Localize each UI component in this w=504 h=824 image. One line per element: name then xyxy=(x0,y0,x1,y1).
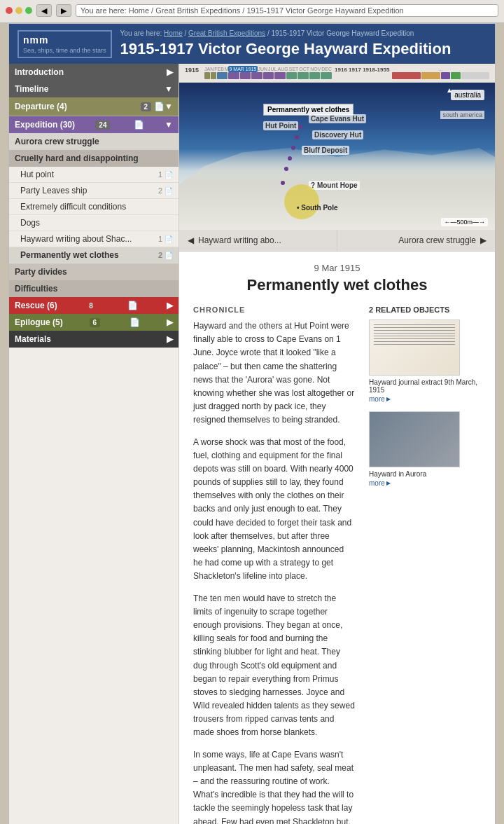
materials-arrow: ▶ xyxy=(167,334,173,344)
related-object-1: Hayward journal extract 9th March, 1915 … xyxy=(369,320,481,403)
sidebar-subitem-haywardwriting[interactable]: Hayward writing about Shac... 1 📄 xyxy=(9,231,178,247)
partydivides-label: Party divides xyxy=(15,267,67,277)
related-obj-1-caption: Hayward journal extract 9th March, 1915 xyxy=(369,378,481,394)
epilogue-doc-icon: 📄 xyxy=(130,317,140,327)
cruelly-label: Cruelly hard and disappointing xyxy=(15,153,139,163)
close-dot[interactable] xyxy=(6,7,13,14)
map-hutpoint: Hut Point xyxy=(263,121,298,130)
sidebar-item-cruelly[interactable]: Cruelly hard and disappointing xyxy=(9,150,178,167)
related-object-2: Hayward in Aurora more xyxy=(369,411,481,487)
related-obj-2-caption: Hayward in Aurora xyxy=(369,470,481,478)
sidebar-item-materials[interactable]: Materials ▶ xyxy=(9,331,178,348)
next-arrow-icon: ▶ xyxy=(480,235,486,245)
address-bar[interactable]: You are here: Home / Great British Exped… xyxy=(76,4,498,17)
article-paragraph-1: Hayward and the others at Hut Point were… xyxy=(193,320,355,427)
minimize-dot[interactable] xyxy=(15,7,22,14)
logo-tagline: Sea, ships, time and the stars xyxy=(23,47,106,54)
map-southamerica: south america xyxy=(440,111,484,119)
haywardwriting-doc: 📄 xyxy=(164,235,173,243)
haywardwriting-count: 1 xyxy=(158,235,162,243)
back-button[interactable]: ◀ xyxy=(36,4,52,17)
article-related-sidebar: 2 RELATED OBJECTS Hayward journal extr xyxy=(369,305,481,824)
map-australia: australia xyxy=(451,90,484,100)
site-header: nmm Sea, ships, time and the stars You a… xyxy=(9,24,495,64)
prev-button[interactable]: ◀ Hayward writing abo... xyxy=(179,230,337,251)
timeline-year1: 1915 xyxy=(185,67,202,74)
nav-arrows: ◀ Hayward writing abo... Aurora crew str… xyxy=(179,230,495,252)
rescue-arrow: ▶ xyxy=(167,301,173,310)
sidebar: Introduction ▶ Timeline ▼ Departure (4) … xyxy=(9,64,179,824)
map-mounthope: ? Mount Hope xyxy=(309,181,360,190)
prev-arrow-icon: ◀ xyxy=(188,235,194,245)
article-paragraph-3: The ten men would have to stretch the li… xyxy=(193,592,355,740)
departure-doc-icon: 📄 xyxy=(154,102,164,111)
related-obj-1-image[interactable] xyxy=(369,320,460,376)
article-title: Permanently wet clothes xyxy=(193,276,481,294)
dogs-label: Dogs xyxy=(20,218,40,228)
rescue-doc-icon: 📄 xyxy=(127,301,138,310)
sidebar-subitem-wetwclothes[interactable]: Permanently wet clothes 2 📄 xyxy=(9,247,178,263)
expedition-arrow: ▼ xyxy=(164,120,173,130)
wetclothes-doc: 📄 xyxy=(164,252,173,259)
sidebar-subitem-partyleaves[interactable]: Party Leaves ship 2 📄 xyxy=(9,183,178,199)
map-bluff: Bluff Deposit xyxy=(302,146,349,155)
map-north-indicator[interactable]: ▲ xyxy=(446,86,453,94)
sidebar-item-introduction[interactable]: Introduction ▶ xyxy=(9,64,178,81)
epilogue-count: 6 xyxy=(90,318,101,327)
map-southpole: • South Pole xyxy=(295,203,340,212)
hutpoint-count: 1 xyxy=(158,170,162,179)
next-button[interactable]: Aurora crew struggle ▶ xyxy=(337,230,495,251)
sidebar-item-difficulties[interactable]: Difficulties xyxy=(9,280,178,297)
sidebar-subitem-extremedifficult[interactable]: Extremely difficult conditions xyxy=(9,199,178,215)
map-discoveryhut: Discovery Hut xyxy=(312,130,363,139)
breadcrumb-label: You are here: xyxy=(120,29,164,37)
related-obj-1-more[interactable]: more xyxy=(369,395,481,403)
maximize-dot[interactable] xyxy=(25,7,32,14)
sidebar-item-aurora[interactable]: Aurora crew struggle xyxy=(9,133,178,150)
wetclothes-label: Permanently wet clothes xyxy=(20,250,119,260)
main-content: 1915 JAN FEB MAR 9 MAR 1915 APR MAY JUN xyxy=(179,64,495,824)
main-container: nmm Sea, ships, time and the stars You a… xyxy=(8,23,496,824)
sidebar-item-epilogue[interactable]: Epilogue (5) 6 📄 ▶ xyxy=(9,314,178,331)
map-area: Permanently wet clothes Hut Point Cape E… xyxy=(179,83,495,230)
timeline-marker: 9 MAR 1915 xyxy=(228,66,258,72)
prev-label: Hayward writing abo... xyxy=(198,235,281,245)
extremedifficult-label: Extremely difficult conditions xyxy=(20,202,126,212)
breadcrumb-home[interactable]: Home xyxy=(164,29,183,37)
sidebar-subitem-dogs[interactable]: Dogs xyxy=(9,215,178,231)
sidebar-item-rescue[interactable]: Rescue (6) 8 📄 ▶ xyxy=(9,297,178,314)
forward-button[interactable]: ▶ xyxy=(56,4,71,17)
sidebar-item-timeline[interactable]: Timeline ▼ xyxy=(9,81,178,97)
sidebar-item-partydivides[interactable]: Party divides xyxy=(9,263,178,280)
related-obj-2-more[interactable]: more xyxy=(369,479,481,487)
map-capeevans: Cape Evans Hut xyxy=(309,114,366,123)
expedition-doc-icon: 📄 xyxy=(134,120,144,130)
timeline-year2: 1916 1917 1918-1955 xyxy=(335,67,389,73)
sidebar-item-departure[interactable]: Departure (4) 2 📄 ▼ xyxy=(9,97,178,116)
haywardwriting-label: Hayward writing about Shac... xyxy=(20,234,132,244)
nmm-logo[interactable]: nmm Sea, ships, time and the stars xyxy=(18,30,112,58)
introduction-label: Introduction xyxy=(15,67,64,77)
timeline-label: Timeline xyxy=(15,84,48,94)
expedition-label: Expedition (30) xyxy=(15,120,75,130)
related-obj-2-image[interactable] xyxy=(369,411,460,467)
wetclothes-count: 2 xyxy=(158,251,162,259)
breadcrumb-section[interactable]: Great British Expeditions xyxy=(188,29,265,37)
header-breadcrumb-area: You are here: Home / Great British Exped… xyxy=(120,29,486,58)
breadcrumb-current: 1915-1917 Victor George Hayward Expediti… xyxy=(271,29,414,37)
sidebar-item-expedition[interactable]: Expedition (30) 24 📄 ▼ xyxy=(9,116,178,133)
rescue-label: Rescue (6) xyxy=(15,301,57,310)
photo-placeholder xyxy=(370,412,459,467)
materials-label: Materials xyxy=(15,334,51,344)
article-text: CHRONICLE Hayward and the others at Hut … xyxy=(193,305,355,824)
hutpoint-doc: 📄 xyxy=(164,171,173,179)
logo-text: nmm xyxy=(23,34,106,46)
article-date: 9 Mar 1915 xyxy=(193,263,481,273)
timeline-area: 1915 JAN FEB MAR 9 MAR 1915 APR MAY JUN xyxy=(179,64,495,83)
epilogue-label: Epilogue (5) xyxy=(15,317,63,327)
departure-arrow: ▼ xyxy=(164,102,173,111)
introduction-arrow: ▶ xyxy=(167,67,173,77)
breadcrumb: You are here: Home / Great British Exped… xyxy=(120,29,486,37)
sidebar-subitem-hutpoint[interactable]: Hut point 1 📄 xyxy=(9,167,178,183)
map-scale: ←—500m—→ xyxy=(441,218,488,226)
